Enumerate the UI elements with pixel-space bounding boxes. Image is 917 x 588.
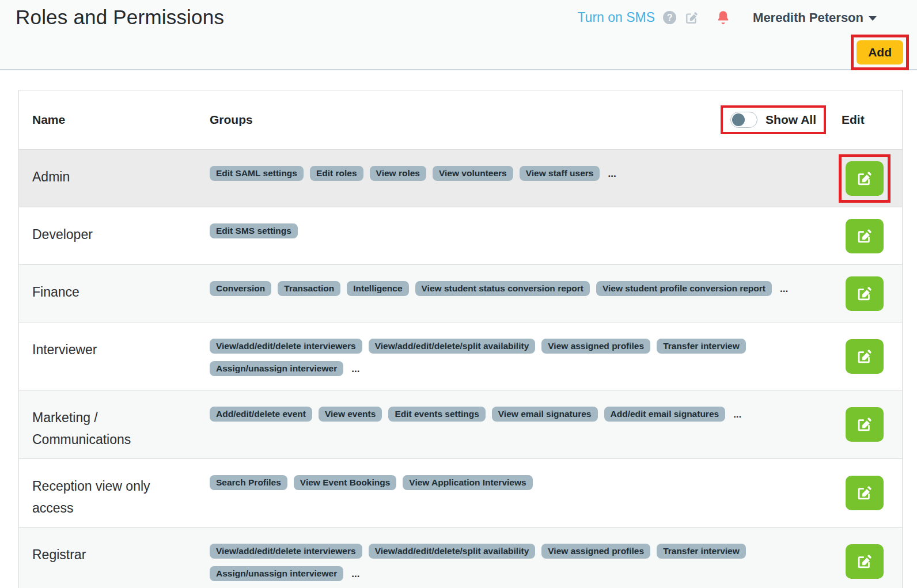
roles-table: Name Groups Show All Edit AdminEdit SAML… xyxy=(18,90,903,588)
more-groups-ellipsis: ... xyxy=(351,364,359,374)
edit-role-button[interactable] xyxy=(846,407,884,442)
column-header-name: Name xyxy=(19,98,196,142)
permission-group-badge: View Event Bookings xyxy=(294,475,396,490)
user-menu[interactable]: Meredith Peterson xyxy=(753,10,877,25)
role-groups: View/add/edit/delete interviewersView/ad… xyxy=(196,528,827,588)
role-name: Registrar xyxy=(19,528,196,588)
role-edit-cell xyxy=(827,150,902,207)
more-groups-ellipsis: ... xyxy=(733,409,741,419)
table-body: AdminEdit SAML settingsEdit rolesView ro… xyxy=(19,149,902,588)
permission-group-badge: View email signatures xyxy=(492,407,598,422)
show-all-label: Show All xyxy=(766,113,816,127)
permission-group-badge: View roles xyxy=(370,166,426,181)
role-groups: Search ProfilesView Event BookingsView A… xyxy=(196,459,827,527)
permission-group-badge: Edit roles xyxy=(310,166,363,181)
table-row: DeveloperEdit SMS settings xyxy=(19,207,902,264)
table-row: Marketing / CommunicationsAdd/edit/delet… xyxy=(19,390,902,458)
role-edit-cell xyxy=(827,459,902,527)
more-groups-ellipsis: ... xyxy=(351,569,359,579)
top-bar-actions: Turn on SMS ? Meredith Peterson xyxy=(577,9,877,26)
table-row: Reception view only accessSearch Profile… xyxy=(19,458,902,527)
permission-group-badge: View/add/edit/delete/split availability xyxy=(369,339,536,354)
role-groups: Edit SMS settings xyxy=(196,207,827,264)
permission-group-badge: Add/edit email signatures xyxy=(604,407,726,422)
table-header-row: Name Groups Show All Edit xyxy=(19,90,902,149)
role-name: Admin xyxy=(19,150,196,207)
show-all-toggle[interactable] xyxy=(730,112,757,128)
edit-role-button[interactable] xyxy=(846,544,884,579)
permission-group-badge: View/add/edit/delete interviewers xyxy=(210,339,362,354)
edit-pencil-icon xyxy=(856,484,873,502)
role-edit-cell xyxy=(827,528,902,588)
role-edit-cell xyxy=(827,207,902,264)
edit-sms-icon[interactable] xyxy=(684,10,699,25)
permission-group-badge: Transfer interview xyxy=(657,339,746,354)
column-header-edit: Edit xyxy=(827,98,902,142)
role-groups: ConversionTransactionIntelligenceView st… xyxy=(196,265,827,322)
more-groups-ellipsis: ... xyxy=(608,169,616,179)
permission-group-badge: Edit SAML settings xyxy=(210,166,304,181)
table-row: AdminEdit SAML settingsEdit rolesView ro… xyxy=(19,149,902,207)
edit-role-button[interactable] xyxy=(846,276,884,311)
permission-group-badge: Transaction xyxy=(278,281,340,296)
column-header-groups: Groups Show All xyxy=(196,90,827,149)
role-edit-cell xyxy=(827,323,902,390)
notifications-bell-icon[interactable] xyxy=(715,9,731,26)
role-name: Developer xyxy=(19,207,196,264)
add-button[interactable]: Add xyxy=(857,40,903,65)
permission-group-badge: Transfer interview xyxy=(657,544,746,559)
edit-button-highlight-box xyxy=(839,154,891,203)
role-name: Reception view only access xyxy=(19,459,196,527)
edit-role-button[interactable] xyxy=(846,476,884,510)
chevron-down-icon xyxy=(869,16,877,21)
help-icon[interactable]: ? xyxy=(663,11,676,24)
role-groups: View/add/edit/delete interviewersView/ad… xyxy=(196,323,827,390)
edit-pencil-icon xyxy=(856,227,873,245)
page-title: Roles and Permissions xyxy=(16,6,224,29)
edit-pencil-icon xyxy=(856,416,873,433)
permission-group-badge: View assigned profiles xyxy=(541,544,650,559)
edit-pencil-icon xyxy=(856,553,873,570)
permission-group-badge: View events xyxy=(319,407,382,422)
permission-group-badge: Conversion xyxy=(210,281,271,296)
more-groups-ellipsis: ... xyxy=(780,284,788,294)
permission-group-badge: Edit events settings xyxy=(388,407,485,422)
permission-group-badge: View student profile conversion report xyxy=(596,281,772,296)
role-edit-cell xyxy=(827,390,902,458)
edit-role-button[interactable] xyxy=(846,339,884,374)
permission-group-badge: View student status conversion report xyxy=(415,281,590,296)
edit-role-button[interactable] xyxy=(846,219,884,253)
role-groups: Edit SAML settingsEdit rolesView rolesVi… xyxy=(196,150,827,207)
user-name: Meredith Peterson xyxy=(753,10,863,25)
role-edit-cell xyxy=(827,265,902,322)
permission-group-badge: Edit SMS settings xyxy=(210,223,298,238)
edit-pencil-icon xyxy=(856,348,873,365)
permission-group-badge: View/add/edit/delete/split availability xyxy=(369,544,536,559)
table-row: InterviewerView/add/edit/delete intervie… xyxy=(19,322,902,390)
table-row: RegistrarView/add/edit/delete interviewe… xyxy=(19,527,902,588)
permission-group-badge: Add/edit/delete event xyxy=(210,407,312,422)
show-all-highlight-box: Show All xyxy=(721,105,826,134)
permission-group-badge: Search Profiles xyxy=(210,475,287,490)
table-row: FinanceConversionTransactionIntelligence… xyxy=(19,264,902,322)
role-name: Marketing / Communications xyxy=(19,390,196,458)
permission-group-badge: View staff users xyxy=(520,166,600,181)
permission-group-badge: View assigned profiles xyxy=(541,339,650,354)
add-button-highlight-box: Add xyxy=(851,35,909,70)
edit-pencil-icon xyxy=(856,170,873,187)
turn-on-sms-link[interactable]: Turn on SMS xyxy=(577,10,655,25)
role-groups: Add/edit/delete eventView eventsEdit eve… xyxy=(196,390,827,458)
permission-group-badge: View/add/edit/delete interviewers xyxy=(210,544,362,559)
edit-pencil-icon xyxy=(856,285,873,302)
permission-group-badge: Assign/unassign interviewer xyxy=(210,566,343,581)
permission-group-badge: View volunteers xyxy=(433,166,513,181)
permission-group-badge: Intelligence xyxy=(347,281,408,296)
role-name: Finance xyxy=(19,265,196,322)
groups-header-label: Groups xyxy=(210,113,253,127)
top-bar: Roles and Permissions Turn on SMS ? Mere… xyxy=(0,0,917,70)
permission-group-badge: View Application Interviews xyxy=(403,475,532,490)
edit-role-button[interactable] xyxy=(846,161,884,196)
toggle-knob xyxy=(732,113,745,126)
role-name: Interviewer xyxy=(19,323,196,390)
permission-group-badge: Assign/unassign interviewer xyxy=(210,361,343,376)
